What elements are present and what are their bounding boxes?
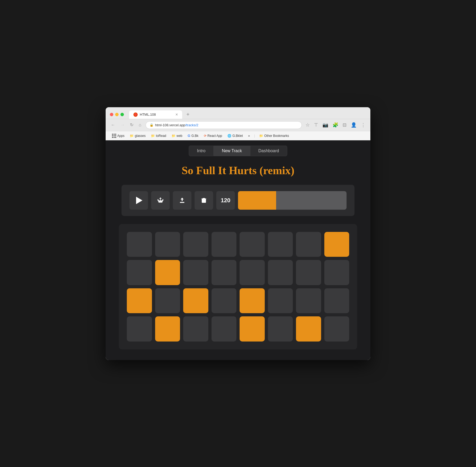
cast-button[interactable]: ⊟	[342, 122, 347, 128]
back-button[interactable]: ←	[110, 122, 116, 128]
bookmark-label: Other Bookmarks	[264, 134, 289, 138]
pad-r1-c6[interactable]	[296, 260, 321, 285]
pad-r2-c1[interactable]	[155, 288, 180, 313]
pad-r3-c6[interactable]	[296, 316, 321, 342]
pad-r3-c2[interactable]	[183, 316, 208, 342]
separator: |	[254, 134, 255, 138]
pad-r2-c0[interactable]	[127, 288, 152, 313]
more-label: »	[248, 134, 250, 138]
minimize-button[interactable]	[115, 113, 119, 116]
bookmark-label: toRead	[156, 134, 166, 138]
pad-r0-c6[interactable]	[296, 232, 321, 257]
tab-row: 🔴 HTML.108 × +	[110, 110, 366, 119]
apps-bookmark[interactable]: Apps	[110, 133, 127, 139]
bookmark-glasses[interactable]: 📁 glasses	[128, 133, 148, 138]
address-bar[interactable]: 🔒 html-108.vercel.app/tracks/2	[146, 121, 302, 129]
address-text: html-108.vercel.app/tracks/2	[155, 123, 298, 127]
controls-panel: 120	[122, 185, 354, 216]
recycle-button[interactable]	[151, 191, 170, 210]
home-button[interactable]: ⌂	[138, 122, 142, 128]
pad-r2-c4[interactable]	[240, 288, 265, 313]
tab-intro[interactable]: Intro	[189, 146, 214, 156]
pad-r0-c3[interactable]	[212, 232, 237, 257]
pad-r1-c7[interactable]	[324, 260, 349, 285]
url-base: html-108.vercel.app	[155, 123, 185, 127]
link-icon: 🌐	[227, 134, 231, 138]
bookmark-gbklet[interactable]: 🌐 G.Bklet	[225, 133, 245, 138]
folder-icon: 📁	[130, 134, 134, 138]
pad-r2-c7[interactable]	[324, 288, 349, 313]
pad-r2-c5[interactable]	[268, 288, 293, 313]
new-tab-button[interactable]: +	[184, 110, 192, 119]
pad-r2-c3[interactable]	[212, 288, 237, 313]
bookmark-label: G.Bklet	[232, 134, 243, 138]
pad-r1-c3[interactable]	[212, 260, 237, 285]
volume-control[interactable]	[238, 191, 347, 210]
tab-dashboard[interactable]: Dashboard	[250, 146, 287, 156]
pad-r0-c4[interactable]	[240, 232, 265, 257]
forward-button[interactable]: →	[119, 122, 126, 128]
pad-r1-c4[interactable]	[240, 260, 265, 285]
browser-tab[interactable]: 🔴 HTML.108 ×	[129, 110, 182, 119]
pad-r1-c0[interactable]	[127, 260, 152, 285]
pad-r0-c5[interactable]	[268, 232, 293, 257]
nav-tabs: Intro New Track Dashboard	[106, 146, 370, 156]
bookmark-label: React App	[208, 134, 222, 138]
screenshot-button[interactable]: 📷	[322, 122, 329, 128]
url-path: /tracks/2	[185, 123, 198, 127]
bookmark-label: web	[177, 134, 182, 138]
pad-r1-c5[interactable]	[268, 260, 293, 285]
bookmark-reactapp[interactable]: ⟳ React App	[202, 133, 224, 138]
pad-r3-c1[interactable]	[155, 316, 180, 342]
pad-r3-c3[interactable]	[212, 316, 237, 342]
pads-grid	[127, 232, 349, 342]
tab-favicon: 🔴	[133, 113, 138, 117]
tab-close-button[interactable]: ×	[176, 113, 178, 117]
folder-icon: 📁	[151, 134, 155, 138]
pad-r1-c2[interactable]	[183, 260, 208, 285]
translate-button[interactable]: ⊤	[313, 122, 319, 128]
folder-icon: 📁	[259, 134, 263, 138]
pad-r2-c2[interactable]	[183, 288, 208, 313]
google-icon: G	[188, 134, 190, 138]
pad-r2-c6[interactable]	[296, 288, 321, 313]
apps-label: Apps	[117, 134, 124, 138]
window-controls	[110, 113, 124, 116]
upload-button[interactable]	[173, 191, 191, 210]
pad-r3-c5[interactable]	[268, 316, 293, 342]
pad-r1-c1[interactable]	[155, 260, 180, 285]
bookmark-web[interactable]: 📁 web	[169, 133, 185, 138]
play-button[interactable]	[129, 191, 148, 210]
menu-button[interactable]: ⋮	[360, 122, 366, 128]
pads-container	[119, 224, 357, 349]
pad-r3-c0[interactable]	[127, 316, 152, 342]
song-title: So Full It Hurts (remix)	[106, 164, 370, 177]
pad-r0-c7[interactable]	[324, 232, 349, 257]
pad-r0-c1[interactable]	[155, 232, 180, 257]
maximize-button[interactable]	[120, 113, 124, 116]
reload-button[interactable]: ↻	[129, 122, 134, 128]
tab-title: HTML.108	[140, 113, 173, 116]
other-bookmarks[interactable]: 📁 Other Bookmarks	[257, 133, 291, 138]
page-content: Intro New Track Dashboard So Full It Hur…	[106, 140, 370, 360]
bookmark-label: glasses	[135, 134, 146, 138]
close-button[interactable]	[110, 113, 113, 116]
pad-r3-c7[interactable]	[324, 316, 349, 342]
recycle-icon	[157, 197, 164, 204]
folder-icon: 📁	[172, 134, 176, 138]
lock-icon: 🔒	[150, 123, 154, 127]
bookmark-more[interactable]: »	[246, 133, 252, 138]
bookmark-toread[interactable]: 📁 toRead	[149, 133, 168, 138]
delete-button[interactable]	[195, 191, 213, 210]
pad-r0-c2[interactable]	[183, 232, 208, 257]
bookmark-gbk[interactable]: G G.Bk	[186, 133, 201, 138]
tab-new-track[interactable]: New Track	[214, 146, 250, 156]
bookmarks-bar: Apps 📁 glasses 📁 toRead 📁 web G G.Bk ⟳ R…	[106, 131, 370, 140]
extensions-button[interactable]: 🧩	[332, 122, 339, 128]
profile-button[interactable]: 👤	[350, 122, 357, 128]
pad-r3-c4[interactable]	[240, 316, 265, 342]
apps-grid-icon	[112, 134, 116, 138]
pad-r0-c0[interactable]	[127, 232, 152, 257]
star-button[interactable]: ☆	[305, 122, 310, 128]
link-icon: ⟳	[204, 134, 206, 138]
